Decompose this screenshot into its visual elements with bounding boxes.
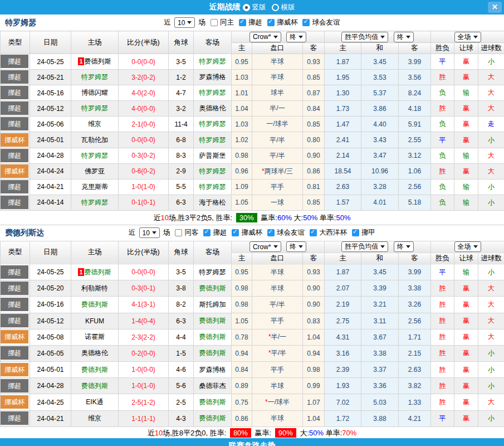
result-handicap: 赢: [454, 117, 478, 132]
avg-select[interactable]: 胜平负均值: [341, 32, 388, 42]
result-outcome: 胜: [431, 378, 454, 394]
score-cell: 0-0(0-0): [119, 54, 169, 70]
halftime-score: (1-1): [141, 415, 155, 423]
scope-select[interactable]: 全场: [454, 241, 481, 252]
odds-time-select[interactable]: 终: [286, 241, 306, 252]
away-team: 奥德格伦: [194, 101, 232, 117]
radio-unselected-icon: [272, 4, 279, 11]
odds-time-select[interactable]: 终: [286, 32, 306, 42]
away-team: 特罗姆瑟: [194, 179, 232, 195]
home-team: 费德列斯: [71, 297, 119, 313]
halftime-score: (0-2): [141, 152, 155, 159]
handicap-name: 平/半: [270, 136, 285, 144]
score-cell: 3-2(0-2): [119, 70, 169, 85]
fulltime-score: 0-3: [131, 152, 141, 159]
check-icon: ✓: [204, 228, 209, 235]
rate-badge: 80%: [230, 428, 251, 438]
handicap-line: 一/球半: [252, 117, 303, 132]
avg-time-select[interactable]: 终: [394, 32, 414, 42]
handicap-name: 半球: [271, 73, 284, 81]
league-badge: 挪超: [1, 411, 28, 425]
summary-text: 50%: [309, 429, 324, 437]
checkbox-unchecked[interactable]: [211, 19, 218, 26]
result-goals: 小: [478, 179, 504, 195]
radio-vertical[interactable]: 竖版: [243, 3, 266, 12]
summary-text: 场,胜8平2负0, 胜率:: [163, 429, 228, 437]
handicap-line: 球半: [252, 85, 303, 101]
match-row: 挪超24-04-21维京1-1(1-1)4-3费德列斯0.86半球1.041.7…: [1, 410, 504, 426]
avg-draw-odds: 3.28: [361, 179, 399, 195]
result-outcome: 平: [431, 410, 454, 426]
checkbox-checked[interactable]: ✓: [232, 229, 239, 236]
fulltime-score: 2-5: [131, 399, 141, 406]
away-team-name: 特罗姆瑟: [199, 167, 226, 175]
avg-home-odds: 2.75: [325, 313, 361, 329]
match-count-select[interactable]: 10: [139, 227, 160, 238]
away-team-name: 罗森博格: [199, 73, 226, 81]
halftime-score: (0-0): [141, 350, 155, 357]
checkbox-checked[interactable]: ✓: [267, 229, 275, 236]
odds-company-select[interactable]: Crow*: [249, 32, 281, 42]
away-odds: 1.04: [303, 410, 325, 426]
away-team: 特罗姆瑟: [194, 264, 232, 280]
result-handicap: 赢: [454, 132, 478, 148]
result-outcome: 平: [431, 264, 454, 280]
corners: 6-3: [169, 313, 194, 329]
checkbox-checked[interactable]: ✓: [267, 19, 275, 26]
close-button[interactable]: ✕: [488, 2, 502, 13]
avg-select[interactable]: 胜平负均值: [341, 241, 388, 252]
result-goals: 大: [478, 394, 504, 410]
match-row: 挪超24-05-251费德列斯0-0(0-0)3-5特罗姆瑟0.95半球0.93…: [1, 54, 504, 70]
away-team: 费德列斯: [194, 345, 232, 361]
corners: 4-7: [169, 85, 194, 101]
league-badge: 挪超: [1, 101, 28, 115]
rate-badge: 30%: [236, 213, 257, 222]
match-date: 24-05-06: [30, 117, 71, 132]
result-outcome: 胜: [431, 329, 454, 345]
home-odds: 1.04: [232, 101, 252, 117]
avg-away-odds: 3.12: [399, 148, 431, 163]
checkbox-unchecked[interactable]: [175, 229, 182, 236]
checkbox-checked[interactable]: ✓: [239, 19, 246, 26]
corners: 1-2: [169, 70, 194, 85]
check-icon: ✓: [310, 228, 315, 235]
avg-away-odds: 3.26: [399, 297, 431, 313]
score-cell: 2-3(2-2): [119, 329, 169, 345]
checkbox-checked[interactable]: ✓: [310, 229, 317, 236]
home-odds: 0.86: [232, 410, 252, 426]
result-handicap: 赢: [454, 101, 478, 117]
league-type-cell: 挪超: [1, 313, 30, 329]
away-odds: 0.81: [303, 179, 325, 195]
scope-select[interactable]: 全场: [454, 32, 481, 42]
league-type-cell: 挪超: [1, 378, 30, 394]
away-odds: 0.85: [303, 117, 325, 132]
away-team-name: 费德列斯: [199, 414, 226, 422]
match-date: 24-04-25: [30, 394, 71, 410]
result-goals: 小: [478, 410, 504, 426]
odds-company-select[interactable]: Crow*: [249, 241, 281, 252]
avg-time-select[interactable]: 终: [394, 241, 414, 252]
handicap-line: 半/一: [252, 101, 303, 117]
team-title: 特罗姆瑟: [5, 18, 36, 28]
away-team: 费德列斯: [194, 394, 232, 410]
checkbox-checked[interactable]: ✓: [203, 229, 211, 236]
score-cell: 1-0(0-0): [119, 362, 169, 378]
check-icon: ✓: [239, 18, 244, 25]
radio-horizontal[interactable]: 横版: [272, 3, 295, 12]
league-badge: 挪超: [1, 298, 28, 311]
away-team: 罗森博格: [194, 70, 232, 85]
handicap-name: 一球: [271, 198, 284, 206]
home-team: 维京: [71, 410, 119, 426]
result-outcome: 胜: [431, 297, 454, 313]
checkbox-checked[interactable]: ✓: [352, 229, 359, 236]
result-goals: 大: [478, 70, 504, 85]
checkbox-checked[interactable]: ✓: [302, 19, 310, 26]
halftime-score: (0-1): [141, 198, 155, 206]
handicap-name: 平手: [271, 183, 284, 191]
match-count-select[interactable]: 10: [174, 17, 195, 28]
panel-title: 近期战绩: [209, 2, 241, 12]
result-goals: 大: [478, 101, 504, 117]
fulltime-score: 0-3: [131, 284, 141, 292]
handicap-line: *平/半: [252, 345, 303, 361]
check-icon: ✓: [268, 18, 273, 25]
